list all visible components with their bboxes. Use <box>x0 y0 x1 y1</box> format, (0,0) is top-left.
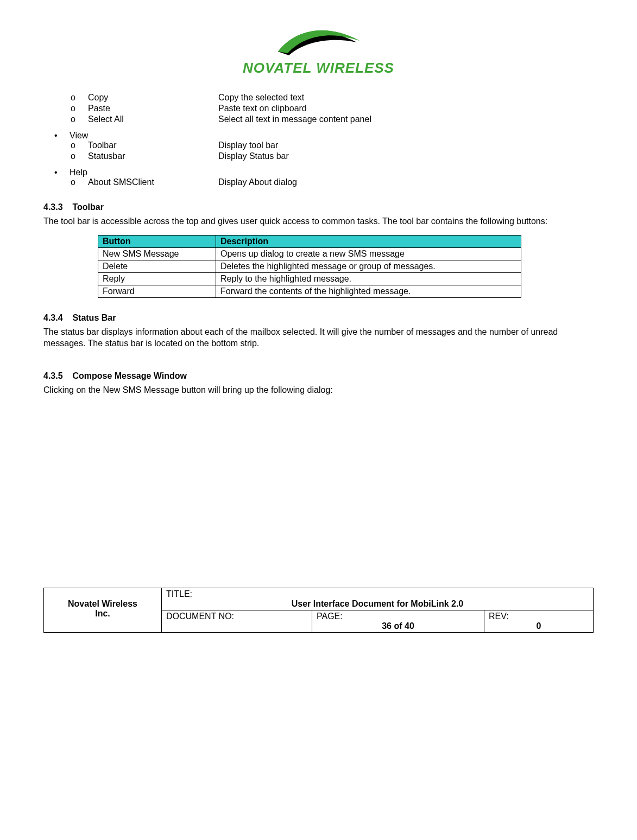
section-434-title: Status Bar <box>72 313 116 322</box>
footer-rev-cell: REV: 0 <box>484 610 594 633</box>
menu-statusbar-desc: Display Status bar <box>218 151 289 161</box>
list-marker: o <box>71 104 88 113</box>
bullet-icon: • <box>54 168 70 177</box>
view-bullet: • View <box>43 131 594 141</box>
menu-paste-desc: Paste text on clipboard <box>218 104 307 113</box>
section-433-num: 4.3.3 <box>43 202 63 212</box>
footer-page-label: PAGE: <box>317 612 343 621</box>
footer-title-cell: TITLE: User Interface Document for MobiL… <box>162 588 594 610</box>
help-subitems: o About SMSClient Display About dialog <box>43 177 594 187</box>
cell-button: Delete <box>98 260 216 272</box>
section-435-heading: 4.3.5 Compose Message Window <box>43 371 594 381</box>
cell-desc: Reply to the highlighted message. <box>216 272 521 285</box>
cell-button: Reply <box>98 272 216 285</box>
footer-company: Novatel Wireless Inc. <box>44 588 162 633</box>
footer-title-value: User Interface Document for MobiLink 2.0 <box>166 599 589 609</box>
menu-copy-label: Copy <box>88 93 218 103</box>
menu-selectall-desc: Select all text in message content panel <box>218 114 371 124</box>
help-label: Help <box>70 168 87 177</box>
edit-subitems: o Copy Copy the selected text o Paste Pa… <box>43 93 594 124</box>
view-subitems: o Toolbar Display tool bar o Statusbar D… <box>43 141 594 161</box>
section-434-body: The status bar displays information abou… <box>43 326 594 349</box>
footer-page-value: 36 of 40 <box>317 621 480 631</box>
section-435-title: Compose Message Window <box>72 371 187 380</box>
table-row: Reply Reply to the highlighted message. <box>98 272 521 285</box>
footer-company-line2: Inc. <box>48 609 157 619</box>
section-435-body: Clicking on the New SMS Message button w… <box>43 384 594 396</box>
cell-desc: Forward the contents of the highlighted … <box>216 285 521 297</box>
section-435-num: 4.3.5 <box>43 371 63 380</box>
list-marker: o <box>71 114 88 124</box>
footer-docno-cell: DOCUMENT NO: <box>162 610 312 633</box>
list-marker: o <box>71 141 88 150</box>
table-head-button: Button <box>98 235 216 247</box>
section-434-heading: 4.3.4 Status Bar <box>43 313 594 323</box>
cell-desc: Deletes the highlighted message or group… <box>216 260 521 272</box>
menu-toolbar-label: Toolbar <box>88 141 218 150</box>
section-433-title: Toolbar <box>72 202 103 212</box>
table-row: Delete Deletes the highlighted message o… <box>98 260 521 272</box>
footer-rev-label: REV: <box>489 612 509 621</box>
menu-toolbar-desc: Display tool bar <box>218 141 278 150</box>
menu-about-desc: Display About dialog <box>218 177 297 187</box>
cell-button: New SMS Message <box>98 247 216 260</box>
footer-table: Novatel Wireless Inc. TITLE: User Interf… <box>43 588 594 633</box>
list-marker: o <box>71 93 88 103</box>
cell-button: Forward <box>98 285 216 297</box>
table-row: Forward Forward the contents of the high… <box>98 285 521 297</box>
menu-statusbar-label: Statusbar <box>88 151 218 161</box>
bullet-icon: • <box>54 131 70 141</box>
list-marker: o <box>71 151 88 161</box>
swoosh-icon <box>275 22 362 60</box>
list-marker: o <box>71 177 88 187</box>
help-bullet: • Help <box>43 168 594 177</box>
menu-copy-desc: Copy the selected text <box>218 93 304 103</box>
section-434-num: 4.3.4 <box>43 313 63 322</box>
menu-about-label: About SMSClient <box>88 177 218 187</box>
toolbar-table: Button Description New SMS Message Opens… <box>98 235 521 298</box>
section-433-heading: 4.3.3 Toolbar <box>43 202 594 212</box>
menu-paste-label: Paste <box>88 104 218 113</box>
table-row: New SMS Message Opens up dialog to creat… <box>98 247 521 260</box>
logo-text: NOVATEL WIRELESS <box>43 60 594 77</box>
footer-rev-value: 0 <box>489 621 589 631</box>
footer-page-cell: PAGE: 36 of 40 <box>312 610 484 633</box>
cell-desc: Opens up dialog to create a new SMS mess… <box>216 247 521 260</box>
footer-company-line1: Novatel Wireless <box>48 599 157 609</box>
footer-title-label: TITLE: <box>166 589 192 599</box>
table-head-description: Description <box>216 235 521 247</box>
section-433-body: The tool bar is accessible across the to… <box>43 215 594 227</box>
footer-docno-label: DOCUMENT NO: <box>166 612 234 621</box>
logo: NOVATEL WIRELESS <box>43 22 594 77</box>
view-label: View <box>70 131 88 141</box>
menu-selectall-label: Select All <box>88 114 218 124</box>
